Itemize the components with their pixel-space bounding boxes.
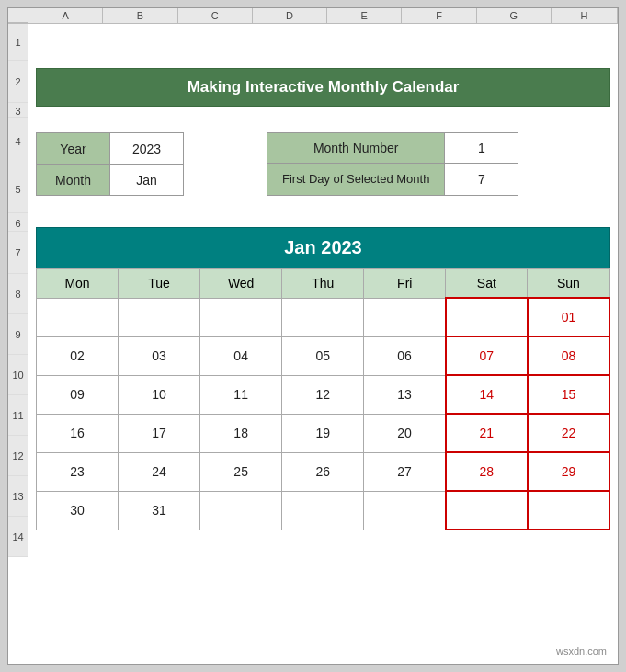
row-num-6: 6 bbox=[8, 213, 28, 232]
calendar-cell: 06 bbox=[364, 336, 446, 375]
calendar-cell: 08 bbox=[528, 336, 609, 375]
row-num-1: 1 bbox=[8, 24, 28, 61]
calendar-cell: 04 bbox=[200, 336, 282, 375]
header-tue: Tue bbox=[119, 269, 200, 299]
calendar-cell: 03 bbox=[119, 336, 200, 375]
calendar-cell: 02 bbox=[37, 336, 119, 375]
calendar-cell: 05 bbox=[282, 336, 364, 375]
row-num-12: 12 bbox=[8, 436, 28, 476]
calendar-cell bbox=[364, 491, 446, 530]
watermark: wsxdn.com bbox=[556, 645, 607, 656]
col-header-c: C bbox=[178, 8, 253, 23]
row-num-7: 7 bbox=[8, 232, 28, 274]
calendar-cell: 26 bbox=[282, 452, 364, 491]
calendar-cell: 14 bbox=[446, 375, 528, 414]
calendar-cell bbox=[282, 298, 364, 336]
calendar-cell bbox=[446, 491, 528, 530]
spreadsheet: A B C D E F G H 1 2 3 4 5 6 7 8 9 10 11 … bbox=[7, 7, 619, 665]
left-info-table: Year 2023 Month Jan bbox=[36, 132, 184, 196]
header-thu: Thu bbox=[282, 269, 364, 299]
row-num-10: 10 bbox=[8, 355, 28, 395]
calendar-section: Jan 2023 Mon Tue Wed Thu Fri Sat Sun bbox=[36, 227, 610, 530]
month-label: Month bbox=[37, 165, 110, 196]
calendar-cell: 10 bbox=[119, 375, 200, 414]
calendar-cell: 11 bbox=[200, 375, 282, 414]
page-title: Making Interactive Monthly Calendar bbox=[36, 68, 610, 107]
header-wed: Wed bbox=[200, 269, 282, 299]
calendar-cell: 22 bbox=[528, 414, 609, 452]
calendar-cell: 31 bbox=[119, 491, 200, 530]
calendar-cell: 13 bbox=[364, 375, 446, 414]
col-header-a: A bbox=[28, 8, 103, 23]
row-num-8: 8 bbox=[8, 274, 28, 314]
col-header-d: D bbox=[253, 8, 327, 23]
calendar-cell: 27 bbox=[364, 452, 446, 491]
calendar-cell: 20 bbox=[364, 414, 446, 452]
header-sun: Sun bbox=[528, 269, 609, 299]
month-number-label: Month Number bbox=[267, 133, 445, 164]
col-header-f: F bbox=[402, 8, 476, 23]
calendar-cell: 24 bbox=[119, 452, 200, 491]
calendar-title: Jan 2023 bbox=[36, 227, 610, 268]
calendar-cell bbox=[446, 298, 528, 336]
month-value[interactable]: Jan bbox=[110, 165, 184, 196]
calendar-cell: 12 bbox=[282, 375, 364, 414]
row-numbers: 1 2 3 4 5 6 7 8 9 10 11 12 13 14 bbox=[8, 24, 28, 557]
calendar-cell bbox=[119, 298, 200, 336]
calendar-cell bbox=[200, 298, 282, 336]
calendar-cell: 16 bbox=[37, 414, 119, 452]
calendar-cell: 15 bbox=[528, 375, 609, 414]
col-header-b: B bbox=[103, 8, 177, 23]
year-value[interactable]: 2023 bbox=[110, 133, 184, 165]
calendar-cell: 18 bbox=[200, 414, 282, 452]
calendar-cell bbox=[200, 491, 282, 530]
header-fri: Fri bbox=[364, 269, 446, 299]
calendar-cell: 07 bbox=[446, 336, 528, 375]
col-header-e: E bbox=[327, 8, 402, 23]
calendar-cell: 09 bbox=[37, 375, 119, 414]
calendar-cell: 01 bbox=[528, 298, 609, 336]
month-number-value: 1 bbox=[445, 133, 518, 164]
calendar-cell bbox=[282, 491, 364, 530]
info-section: Year 2023 Month Jan Month Number 1 bbox=[36, 132, 610, 196]
calendar-cell bbox=[528, 491, 609, 530]
row-num-2: 2 bbox=[8, 61, 28, 103]
calendar-cell: 30 bbox=[37, 491, 119, 530]
row-num-5: 5 bbox=[8, 165, 28, 213]
header-sat: Sat bbox=[446, 269, 528, 299]
calendar-cell: 28 bbox=[446, 452, 528, 491]
year-label: Year bbox=[37, 133, 110, 165]
calendar-table: Mon Tue Wed Thu Fri Sat Sun 010203040506… bbox=[36, 268, 610, 530]
row-num-14: 14 bbox=[8, 517, 28, 557]
first-day-label: First Day of Selected Month bbox=[267, 164, 445, 196]
calendar-cell: 23 bbox=[37, 452, 119, 491]
corner-cell bbox=[8, 8, 28, 23]
calendar-cell: 19 bbox=[282, 414, 364, 452]
right-info-table: Month Number 1 First Day of Selected Mon… bbox=[267, 132, 518, 196]
first-day-value: 7 bbox=[445, 164, 518, 196]
calendar-cell: 21 bbox=[446, 414, 528, 452]
calendar-cell bbox=[37, 298, 119, 336]
row-num-4: 4 bbox=[8, 118, 28, 165]
row-num-11: 11 bbox=[8, 395, 28, 436]
col-header-g: G bbox=[477, 8, 552, 23]
row-num-3: 3 bbox=[8, 103, 28, 118]
row-num-13: 13 bbox=[8, 476, 28, 517]
calendar-cell: 17 bbox=[119, 414, 200, 452]
row-num-9: 9 bbox=[8, 314, 28, 355]
calendar-cell: 29 bbox=[528, 452, 609, 491]
calendar-cell bbox=[364, 298, 446, 336]
header-mon: Mon bbox=[37, 269, 119, 299]
col-header-h: H bbox=[552, 8, 618, 23]
calendar-cell: 25 bbox=[200, 452, 282, 491]
